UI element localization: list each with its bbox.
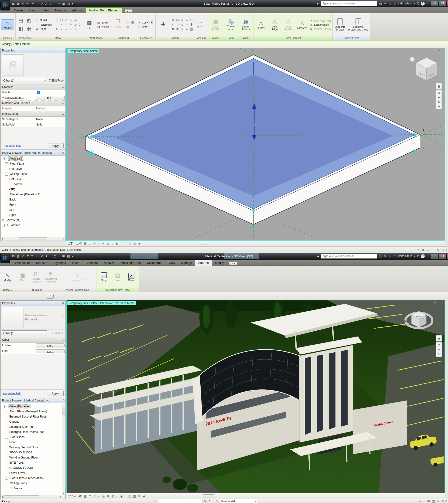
- project-browser-header[interactable]: Project Browser - Medical Center2.rvt✕: [1, 398, 65, 403]
- array-icon[interactable]: ⊕: [181, 23, 183, 26]
- fillet-arc-icon[interactable]: ↻: [56, 28, 58, 31]
- align-icon[interactable]: ⇤: [172, 23, 174, 26]
- worksharing-display-icon[interactable]: °: [125, 494, 126, 498]
- detail-level-icon[interactable]: ▦: [84, 494, 87, 498]
- offset-icon[interactable]: ⇥: [176, 23, 179, 26]
- select-links-icon[interactable]: ⌗: [418, 248, 420, 252]
- close-button[interactable]: ✕: [447, 1, 448, 6]
- tree-expander[interactable]: +: [5, 477, 8, 480]
- app-menu-button[interactable]: R ▾: [0, 253, 10, 263]
- match-type-icon[interactable]: ▨: [126, 25, 129, 29]
- close-icon[interactable]: ✕: [62, 151, 64, 154]
- pick-new-host-button[interactable]: ⌖Pick New Host: [310, 19, 331, 22]
- properties-help-link[interactable]: Properties help: [2, 392, 21, 395]
- rectangle-icon[interactable]: ▢: [60, 18, 63, 22]
- move-icon[interactable]: ⇄: [172, 18, 174, 22]
- copy-icon[interactable]: ◱: [131, 21, 134, 24]
- glue-button[interactable]: ▣Glue: [16, 272, 29, 282]
- drag-on-selection-icon[interactable]: ↖: [437, 248, 439, 252]
- arc-icon[interactable]: ⌒: [55, 23, 58, 27]
- join-geometry-button[interactable]: ◱Join ▾: [137, 25, 148, 28]
- tree-item[interactable]: - Elevations (Elevation 1): [1, 192, 65, 197]
- tree-item[interactable]: Working Second Floor: [1, 445, 62, 450]
- divide-surface-button[interactable]: ▦ DivideSurface: [240, 18, 252, 31]
- tree-item[interactable]: - ⌗ Views (all): [1, 156, 65, 161]
- tree-item[interactable]: {3D}: [1, 187, 65, 192]
- draw-scroll[interactable]: ▲▼: [79, 23, 80, 27]
- reveal-hidden-icon[interactable]: ◉: [120, 494, 123, 498]
- add-profile-button[interactable]: △AddProfile: [282, 18, 295, 31]
- open-icon[interactable]: ⊟: [12, 254, 15, 258]
- viewport-restore-icon[interactable]: ❐: [438, 301, 440, 303]
- unlock-profiles-button[interactable]: ⊡Unlock Profiles: [310, 27, 331, 30]
- help-icon[interactable]: ?: [421, 254, 425, 258]
- save-button[interactable]: ▥Save: [111, 272, 124, 282]
- dimension-button[interactable]: ⇗▾: [196, 25, 202, 28]
- type-selector[interactable]: Other (1)▾: [2, 330, 47, 336]
- search-expand-icon[interactable]: ▸: [317, 254, 319, 258]
- properties-help-link[interactable]: Properties help: [2, 144, 21, 147]
- apply-button[interactable]: Apply: [47, 391, 64, 396]
- close-hidden-windows-icon[interactable]: ⊠: [62, 2, 65, 5]
- minimize-ribbon-button[interactable]: ▲▾: [229, 262, 237, 265]
- stop-button[interactable]: Stop: [98, 272, 110, 282]
- thin-lines-icon[interactable]: ≡: [59, 2, 60, 5]
- tree-expander[interactable]: +: [2, 224, 5, 227]
- view-scale[interactable]: 1/2" = 1'-0": [68, 242, 82, 245]
- tree-item[interactable]: - Floor Plans: [1, 161, 65, 166]
- communication-center-icon[interactable]: ✳: [384, 2, 386, 5]
- tree-expander[interactable]: -: [2, 157, 5, 160]
- ribbon-tab[interactable]: Architecture: [11, 260, 33, 266]
- dynamo-button[interactable]: ◗Dynamo 0.8: [70, 272, 85, 282]
- tree-item[interactable]: Right: [1, 212, 65, 218]
- undo-icon[interactable]: ↶: [26, 254, 29, 258]
- navigation-bar[interactable]: ◉ ⊕ ✚ ↻: [436, 335, 442, 357]
- aligned-dimension-icon[interactable]: ⇗: [41, 254, 43, 258]
- line-icon[interactable]: ╱: [56, 18, 58, 22]
- design-options-select[interactable]: Main Model▾: [220, 499, 257, 503]
- visual-style-icon[interactable]: ◻: [89, 242, 91, 245]
- folders-edit-button[interactable]: Edit...: [36, 344, 64, 347]
- tree-item[interactable]: ▤ Sheets (all): [1, 218, 65, 223]
- xray-button[interactable]: △X-Ray: [255, 19, 267, 30]
- tree-item[interactable]: + Ceiling Plans: [1, 481, 62, 486]
- tree-item[interactable]: Roof: [1, 440, 62, 445]
- tree-expander[interactable]: -: [5, 410, 8, 413]
- visible-checkbox[interactable]: [37, 91, 40, 94]
- modify-tool-button[interactable]: ↖ Modify: [1, 19, 14, 30]
- minimize-ribbon-button[interactable]: ▲▾: [125, 9, 133, 13]
- edit-type-button[interactable]: ❐Edit Type: [48, 79, 64, 83]
- signed-in-user[interactable]: keith.alfaro: [398, 2, 412, 5]
- panel-label-select[interactable]: Select ▾: [0, 36, 15, 40]
- create-form-button[interactable]: Create Form ▾: [224, 18, 237, 31]
- ribbon-tab[interactable]: View: [40, 8, 52, 13]
- ribbon-tab[interactable]: Manage: [52, 8, 69, 13]
- tangent-arc-icon[interactable]: ↗: [60, 28, 63, 31]
- reveal-constraints-icon[interactable]: ⊠: [138, 494, 141, 498]
- tree-item[interactable]: Ref. Level: [1, 166, 65, 171]
- tree-item[interactable]: Canopy: [1, 419, 62, 424]
- viewport-close-icon[interactable]: ✕: [442, 301, 444, 303]
- model-line-button[interactable]: ∿Model: [35, 19, 52, 22]
- show-crop-icon[interactable]: ◎: [111, 494, 114, 498]
- ribbon-tab[interactable]: Massing & Site: [118, 260, 144, 266]
- exchange-apps-icon[interactable]: X: [417, 254, 419, 258]
- tree-item[interactable]: + Floor Plans (Presentation): [1, 475, 62, 481]
- tree-item[interactable]: Ref. Level: [1, 176, 65, 182]
- locked-view-icon[interactable]: ▢: [128, 494, 131, 498]
- visual-style-icon[interactable]: ◻: [89, 494, 91, 498]
- customize-qat-icon[interactable]: ▾: [72, 254, 73, 258]
- properties-header[interactable]: Properties✕: [1, 301, 65, 306]
- ribbon-tab[interactable]: Add-Ins: [195, 260, 212, 266]
- user-icon[interactable]: ☺: [393, 2, 397, 5]
- paste-button[interactable]: ❒ Paste▾: [112, 18, 124, 31]
- load-into-project-close-button[interactable]: ↑ Load intoProject and Close: [348, 18, 369, 31]
- ribbon-tab[interactable]: Systems: [51, 260, 69, 266]
- render-canvas[interactable]: 2014 Revit Dr Health Center FRONT W: [67, 300, 444, 493]
- reveal-hidden-icon[interactable]: ◉: [115, 242, 118, 245]
- project-browser-header[interactable]: Project Browser - Solar Frame Panel.rfa✕: [1, 150, 65, 156]
- measure-button[interactable]: ↔▾: [196, 21, 202, 24]
- tree-expander[interactable]: -: [5, 162, 8, 165]
- ribbon-tab[interactable]: Insert: [26, 8, 40, 13]
- delete-icon[interactable]: ✕: [181, 28, 183, 31]
